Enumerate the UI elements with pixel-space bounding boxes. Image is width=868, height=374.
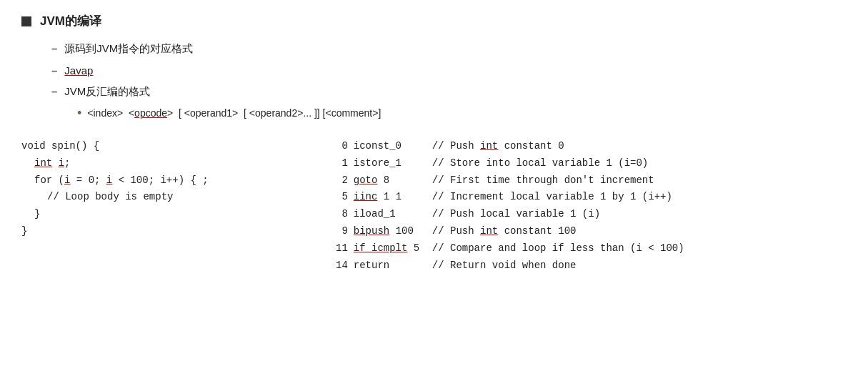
sub-item-label-1: 源码到JVM指令的对应格式 [64,42,193,56]
bytecode-opcode: goto 8 [354,172,432,190]
code-line-4: // Loop body is empty [47,189,321,206]
code-right: 0iconst_0// Push int constant 01istore_1… [336,138,847,274]
dot-bullet: • [77,106,81,121]
bytecode-index: 11 [336,240,354,257]
sub-item-label-3: JVM反汇编的格式 [64,85,150,99]
bytecode-comment: // Increment local variable 1 by 1 (i++) [432,189,689,206]
bytecode-row: 0iconst_0// Push int constant 0 [336,138,689,155]
bytecode-opcode: return [354,257,432,275]
bytecode-index: 2 [336,172,354,190]
bytecode-row: 14return// Return void when done [336,257,689,275]
sub-list: – 源码到JVM指令的对应格式 – Javap – JVM反汇编的格式 • <i… [51,42,847,121]
sub-item-3: – JVM反汇编的格式 [51,85,847,99]
code-line-5: } [34,206,321,223]
bytecode-index: 1 [336,155,354,172]
code-line-6: } [21,223,321,240]
bytecode-opcode: if_icmplt 5 [354,240,432,257]
bytecode-comment: // Compare and loop if less than (i < 10… [432,240,689,257]
bytecode-row: 11if_icmplt 5// Compare and loop if less… [336,240,689,257]
bytecode-comment: // Return void when done [432,257,689,275]
bytecode-opcode: istore_1 [354,155,432,172]
bytecode-index: 8 [336,206,354,223]
bytecode-opcode: iinc 1 1 [354,189,432,206]
bytecode-comment: // Push int constant 0 [432,138,689,155]
bytecode-comment: // Push int constant 100 [432,223,689,240]
section-header: JVM的编译 [21,13,847,29]
format-item: • <index> <opcode> [ <operand1> [ <opera… [77,107,847,121]
dash-3: – [51,85,57,97]
bytecode-opcode: bipush 100 [354,223,432,240]
dash-1: – [51,42,57,54]
bytecode-index: 0 [336,138,354,155]
bytecode-index: 5 [336,189,354,206]
square-bullet [21,16,31,26]
bytecode-table: 0iconst_0// Push int constant 01istore_1… [336,138,689,274]
sub-sub-list: • <index> <opcode> [ <operand1> [ <opera… [77,107,847,121]
code-line-3: for (i = 0; i < 100; i++) { ; [34,172,321,190]
section-title: JVM的编译 [40,13,101,29]
bytecode-row: 5iinc 1 1// Increment local variable 1 b… [336,189,689,206]
sub-item-label-2: Javap [64,64,93,77]
bytecode-opcode: iload_1 [354,206,432,223]
sub-item-1: – 源码到JVM指令的对应格式 [51,42,847,56]
bytecode-row: 1istore_1// Store into local variable 1 … [336,155,689,172]
bytecode-comment: // Push local variable 1 (i) [432,206,689,223]
bytecode-comment: // First time through don't increment [432,172,689,190]
bytecode-index: 14 [336,257,354,275]
dash-2: – [51,64,57,77]
format-text: <index> <opcode> [ <operand1> [ <operand… [87,107,381,119]
bytecode-comment: // Store into local variable 1 (i=0) [432,155,689,172]
bytecode-opcode: iconst_0 [354,138,432,155]
code-section: void spin() { int i; for (i = 0; i < 100… [21,138,847,274]
bytecode-row: 9bipush 100// Push int constant 100 [336,223,689,240]
bytecode-row: 2goto 8// First time through don't incre… [336,172,689,190]
sub-item-2: – Javap [51,64,847,77]
code-left: void spin() { int i; for (i = 0; i < 100… [21,138,336,274]
code-line-2: int i; [34,155,321,172]
bytecode-index: 9 [336,223,354,240]
code-line-1: void spin() { [21,138,321,155]
bytecode-row: 8iload_1// Push local variable 1 (i) [336,206,689,223]
